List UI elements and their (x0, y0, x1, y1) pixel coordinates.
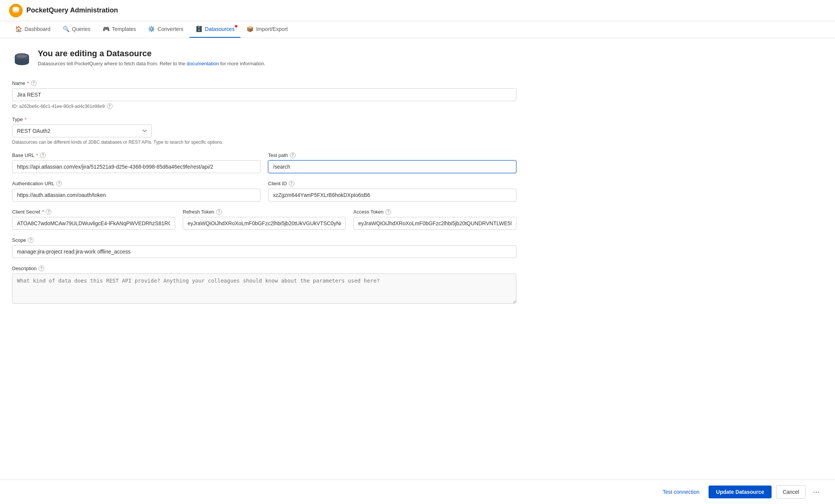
type-label: Type * (12, 117, 516, 122)
client-id-help-icon[interactable]: ? (289, 181, 294, 186)
form-row-url: Base URL * ? Test path ? (12, 152, 516, 181)
form-group-test-path: Test path ? (268, 152, 516, 173)
test-path-label: Test path ? (268, 152, 516, 158)
form-group-description: Description ? (12, 266, 516, 305)
main-content: You are editing a Datasource Datasources… (0, 38, 528, 350)
datasource-icon (12, 50, 32, 70)
nav-item-import-export[interactable]: 📦 Import/Export (240, 21, 294, 38)
templates-icon: 🎮 (103, 26, 110, 32)
nav-label-templates: Templates (112, 26, 136, 32)
nav-label-datasources: Datasources (205, 26, 235, 32)
base-url-label: Base URL * ? (12, 152, 260, 158)
svg-point-4 (17, 55, 27, 58)
type-select[interactable]: REST OAuth2 REST Basic Auth JDBC GraphQL (12, 124, 152, 137)
app-header: PocketQuery Administration (0, 0, 835, 21)
description-textarea[interactable] (12, 274, 516, 304)
nav-label-queries: Queries (72, 26, 91, 32)
client-id-input[interactable] (268, 189, 516, 201)
access-token-input[interactable] (353, 217, 516, 230)
name-input[interactable] (12, 88, 516, 101)
scope-input[interactable] (12, 245, 516, 258)
form-row-auth: Authentication URL ? Client ID ? (12, 181, 516, 209)
id-help-icon[interactable]: ? (107, 103, 112, 109)
form-group-name: Name * ? ID: a262be6c-66c1-41ee-90c9-ad4… (12, 80, 516, 109)
nav-label-converters: Converters (157, 26, 183, 32)
datasource-id: ID: a262be6c-66c1-41ee-90c9-ad4c361e98e9… (12, 103, 516, 109)
nav-label-dashboard: Dashboard (25, 26, 51, 32)
base-url-required-marker: * (36, 152, 38, 158)
client-secret-required-marker: * (42, 209, 44, 215)
auth-url-help-icon[interactable]: ? (56, 181, 62, 186)
app-logo: PocketQuery Administration (9, 4, 118, 17)
converters-icon: ⚙️ (148, 26, 155, 32)
base-url-input[interactable] (12, 160, 260, 173)
base-url-help-icon[interactable]: ? (40, 152, 46, 158)
nav-item-queries[interactable]: 🔍 Queries (57, 21, 97, 38)
datasources-badge (235, 25, 237, 28)
import-export-icon: 📦 (246, 26, 254, 32)
nav-label-import-export: Import/Export (256, 26, 288, 32)
auth-url-label: Authentication URL ? (12, 181, 260, 186)
form-group-client-id: Client ID ? (268, 181, 516, 201)
access-token-help-icon[interactable]: ? (385, 209, 391, 215)
form-group-type: Type * REST OAuth2 REST Basic Auth JDBC … (12, 117, 516, 145)
form-group-access-token: Access Token ? (353, 209, 516, 230)
form-group-refresh-token: Refresh Token ? (183, 209, 346, 230)
form-group-auth-url: Authentication URL ? (12, 181, 260, 201)
description-label: Description ? (12, 266, 516, 271)
main-nav: 🏠 Dashboard 🔍 Queries 🎮 Templates ⚙️ Con… (0, 21, 835, 38)
description-help-icon[interactable]: ? (39, 266, 44, 271)
page-description: Datasources tell PocketQuery where to fe… (38, 61, 265, 66)
name-label: Name * ? (12, 80, 516, 86)
form-row-tokens: Client Secret * ? Refresh Token ? Access… (12, 209, 516, 237)
page-header: You are editing a Datasource Datasources… (12, 49, 516, 70)
form-group-client-secret: Client Secret * ? (12, 209, 175, 230)
nav-item-datasources[interactable]: 🗄️ Datasources (189, 21, 241, 38)
refresh-token-input[interactable] (183, 217, 346, 230)
nav-item-converters[interactable]: ⚙️ Converters (142, 21, 189, 38)
type-hint: Datasources can be different kinds of JD… (12, 140, 516, 145)
nav-item-dashboard[interactable]: 🏠 Dashboard (9, 21, 57, 38)
form-group-scope: Scope ? (12, 237, 516, 258)
test-path-input[interactable] (268, 160, 516, 173)
form-group-base-url: Base URL * ? (12, 152, 260, 173)
nav-item-templates[interactable]: 🎮 Templates (97, 21, 142, 38)
access-token-label: Access Token ? (353, 209, 516, 215)
doc-link[interactable]: documentation (187, 61, 219, 66)
name-required-marker: * (27, 80, 29, 86)
client-secret-input[interactable] (12, 217, 175, 230)
home-icon: 🏠 (15, 26, 22, 32)
scope-label: Scope ? (12, 237, 516, 243)
test-path-help-icon[interactable]: ? (290, 152, 296, 158)
page-title: You are editing a Datasource (38, 49, 265, 58)
client-secret-label: Client Secret * ? (12, 209, 175, 215)
app-title: PocketQuery Administration (26, 6, 118, 14)
scope-help-icon[interactable]: ? (28, 237, 34, 243)
refresh-token-label: Refresh Token ? (183, 209, 346, 215)
auth-url-input[interactable] (12, 189, 260, 201)
client-secret-help-icon[interactable]: ? (46, 209, 51, 215)
app-logo-icon (9, 4, 23, 17)
client-id-label: Client ID ? (268, 181, 516, 186)
refresh-token-help-icon[interactable]: ? (216, 209, 222, 215)
datasources-icon: 🗄️ (196, 26, 203, 32)
page-header-text: You are editing a Datasource Datasources… (38, 49, 265, 66)
name-help-icon[interactable]: ? (31, 80, 37, 86)
search-icon: 🔍 (63, 26, 70, 32)
type-required-marker: * (25, 117, 26, 122)
